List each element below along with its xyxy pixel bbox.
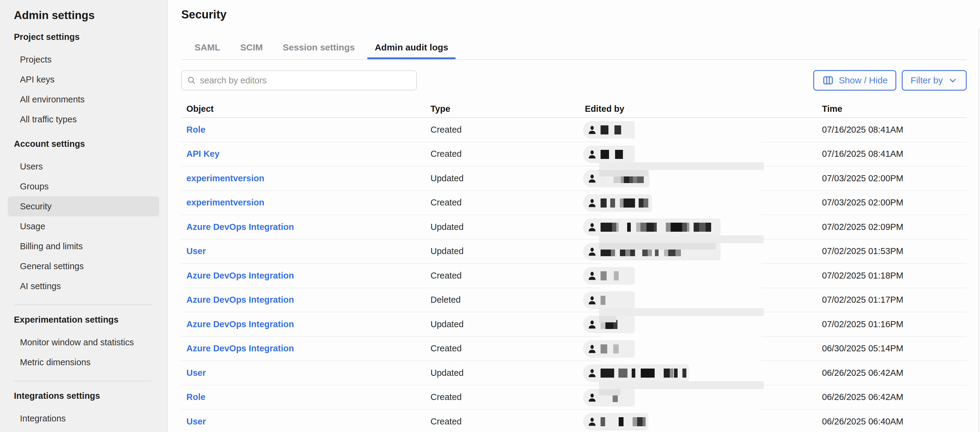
redaction-bar [601,368,614,378]
time-cell: 07/02/2025 01:18PM [822,271,967,281]
tab-session-settings[interactable]: Session settings [275,38,362,59]
redacted-editor-name [601,368,686,378]
redaction-bar [614,125,621,135]
sidebar-item-all-traffic-types[interactable]: All traffic types [8,110,159,129]
redaction-bar [615,150,623,159]
search-input[interactable] [200,76,412,86]
redacted-editor-name [601,271,619,280]
redaction-overlay-wide [599,162,764,170]
redaction-overlay-wide [599,381,764,389]
search-icon [187,76,196,85]
type-cell: Updated [431,319,585,329]
sidebar-item-all-environments[interactable]: All environments [8,89,159,110]
redaction-bar [612,222,616,232]
object-link[interactable]: Role [186,392,205,402]
columns-icon [822,74,834,86]
time-cell: 07/03/2025 02:00PM [822,198,967,208]
redaction-bar [706,222,711,232]
sidebar-item-billing-and-limits[interactable]: Billing and limits [8,236,159,256]
type-cell: Deleted [431,295,585,305]
redaction-bar [627,222,631,232]
editor-redacted-pill [583,218,721,236]
object-link[interactable]: Azure DevOps Integration [186,271,294,280]
object-link[interactable]: Azure DevOps Integration [186,319,294,329]
admin-settings-sidebar: Admin settings Project settingsProjectsA… [0,0,168,432]
sidebar-section-header-integrations-settings: Integrations settings [14,389,159,402]
object-link[interactable]: User [186,416,206,426]
table-row: Role Created 06/26/2025 06:42AM [181,386,967,410]
time-cell: 07/16/2025 08:41AM [822,149,967,159]
object-link[interactable]: experimentversion [186,198,264,207]
redaction-overlay-short [599,316,616,322]
redaction-bar [614,271,619,280]
object-link[interactable]: Azure DevOps Integration [186,295,294,305]
sidebar-item-security[interactable]: Security [8,196,159,216]
sidebar-item-users[interactable]: Users [8,157,159,176]
object-link[interactable]: User [186,368,206,378]
table-row: Azure DevOps Integration Created 06/30/2… [181,337,967,361]
redaction-bar [637,417,643,426]
redaction-bar [666,222,671,232]
user-avatar-icon [587,149,598,160]
column-header-edited-by: Edited by [585,104,822,114]
sidebar-item-monitor-window-and-statistics[interactable]: Monitor window and statistics [8,332,159,352]
object-link[interactable]: Azure DevOps Integration [186,343,294,353]
redaction-bar [616,222,619,232]
redaction-bar [601,417,605,426]
audit-log-table-body: Role Created 07/16/2025 08:41AM API Key … [181,118,967,432]
editor-redacted-pill [583,292,635,309]
user-avatar-icon [587,270,598,281]
redaction-bar [601,296,605,305]
table-row: API Key Created 07/16/2025 08:41AM [181,142,967,167]
sidebar-item-integrations[interactable]: Integrations [8,408,159,428]
user-avatar-icon [587,198,598,208]
column-header-object: Object [181,104,431,114]
redaction-bar [674,368,678,378]
sidebar-item-groups[interactable]: Groups [8,176,159,196]
redaction-bar [646,222,654,232]
sidebar-item-general-settings[interactable]: General settings [8,256,159,276]
object-link[interactable]: API Key [186,149,220,159]
show-hide-label: Show / Hide [839,75,888,86]
redaction-bar [664,368,670,378]
sidebar-item-api-keys[interactable]: API keys [8,70,159,89]
editor-redacted-pill [583,121,635,139]
table-row: Azure DevOps Integration Created 07/02/2… [181,264,967,288]
redaction-bar [601,271,607,280]
filter-by-button[interactable]: Filter by [902,70,967,91]
table-row: Azure DevOps Integration Deleted 07/02/2… [181,288,967,313]
show-hide-columns-button[interactable]: Show / Hide [813,70,897,91]
sidebar-item-usage[interactable]: Usage [8,216,159,236]
redaction-overlay-short [599,170,648,176]
tab-scim[interactable]: SCIM [233,38,270,59]
redaction-bar [620,199,624,208]
user-avatar-icon [587,416,598,427]
redacted-editor-name [601,296,605,305]
redacted-editor-name [601,417,646,426]
tab-saml[interactable]: SAML [187,38,228,59]
redaction-overlay-wide [599,235,764,243]
redaction-bar [671,222,682,232]
object-link[interactable]: Role [186,125,205,135]
editor-redacted-pill [583,364,689,382]
sidebar-item-projects[interactable]: Projects [8,49,159,70]
time-cell: 07/02/2025 02:09PM [822,222,967,232]
type-cell: Updated [431,368,585,378]
sidebar-item-ai-settings[interactable]: AI settings [8,276,159,296]
editor-redacted-pill [583,340,635,358]
redacted-editor-name [601,199,648,208]
editor-redacted-pill [583,267,635,284]
object-link[interactable]: experimentversion [186,173,264,183]
search-box[interactable] [181,70,417,91]
edited-by-cell [585,240,822,264]
redaction-bar [643,199,648,208]
table-row: Role Created 07/16/2025 08:41AM [181,118,967,142]
redaction-bar [639,199,643,208]
tab-admin-audit-logs[interactable]: Admin audit logs [368,38,455,59]
security-tabs: SAML SCIM Session settings Admin audit l… [181,38,967,60]
object-link[interactable]: Azure DevOps Integration [186,222,294,232]
sidebar-item-metric-dimensions[interactable]: Metric dimensions [8,352,159,372]
sidebar-title: Admin settings [14,8,159,22]
sidebar-section-divider [14,305,152,305]
object-link[interactable]: User [186,246,206,256]
